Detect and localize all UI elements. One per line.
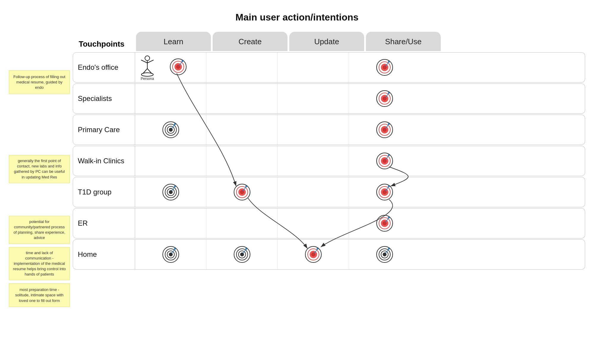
cell-home-update [278,240,349,269]
svg-point-62 [245,186,247,187]
svg-point-27 [388,92,390,94]
sticky-note-3: potential for community/partnered proces… [9,216,70,244]
cell-specialists-learn [135,84,206,113]
svg-point-97 [317,248,318,250]
cell-t1d-update [278,177,349,207]
cell-walk-in-create [206,146,278,176]
label-specialists: Specialists [73,83,135,114]
touchpoints-label: Touchpoints [73,37,135,51]
col-header-update: Update [289,32,364,51]
cells-specialists [135,83,585,114]
grid-wrapper: Endo's office [73,52,585,270]
row-primary-care: Primary Care [73,115,585,145]
cell-primary-care-create [206,115,278,145]
cell-t1d-create [206,177,278,207]
row-t1d-group: T1D group [73,177,585,207]
cells-primary-care [135,115,585,145]
label-er: ER [73,208,135,238]
label-home: Home [73,239,135,270]
cell-er-create [206,208,278,238]
cell-er-update [278,208,349,238]
row-er: ER [73,208,585,238]
target-endos-office-learn [170,58,187,77]
sticky-note-5: most preparation time - solitude, intima… [9,283,70,307]
cell-specialists-update [278,84,349,113]
row-endos-office: Endo's office [73,52,585,83]
cell-specialists-create [206,84,278,113]
col-header-learn: Learn [136,32,211,51]
cells-endos-office: Persona [135,52,585,83]
cell-home-create [206,240,278,269]
cell-home-share [349,240,420,269]
label-t1d-group: T1D group [73,177,135,207]
cell-home-learn [135,240,206,269]
svg-point-104 [388,248,390,250]
svg-point-55 [174,186,176,187]
cell-endos-office-update [278,53,349,82]
cell-t1d-learn [135,177,206,207]
row-specialists: Specialists [73,83,585,114]
cell-t1d-share [349,177,420,207]
persona-label: Persona [141,77,154,81]
svg-point-0 [145,56,150,61]
cells-t1d-group [135,177,585,207]
cell-endos-office-learn: Persona [135,53,206,82]
cell-primary-care-update [278,115,349,145]
cell-walk-in-share [349,146,420,176]
cells-walk-in-clinics [135,146,585,176]
svg-point-90 [245,248,247,250]
cells-home [135,239,585,270]
row-home: Home [73,239,585,270]
svg-point-13 [181,60,183,62]
cell-er-learn [135,208,206,238]
svg-point-69 [388,186,390,187]
cell-er-share [349,208,420,238]
sticky-note-2: generally the first point of contact, ne… [9,155,70,183]
cell-walk-in-update [278,146,349,176]
col-header-create: Create [213,32,287,51]
cell-specialists-share [349,84,420,113]
label-primary-care: Primary Care [73,115,135,145]
svg-point-6 [141,73,153,76]
cells-er [135,208,585,238]
row-walk-in-clinics: Walk-in Clinics [73,146,585,176]
svg-point-41 [388,123,390,125]
cell-primary-care-share [349,115,420,145]
col-header-share: Share/Use [366,32,441,51]
cell-endos-office-share [349,53,420,82]
svg-point-48 [388,154,390,156]
label-endos-office: Endo's office [73,52,135,83]
svg-point-83 [174,248,176,250]
svg-point-34 [174,123,176,125]
label-walk-in-clinics: Walk-in Clinics [73,146,135,176]
cell-primary-care-learn [135,115,206,145]
cell-endos-office-create [206,53,278,82]
sticky-notes-panel: Follow-up process of filling out medical… [9,32,73,307]
svg-point-20 [388,61,390,63]
persona-figure: Persona [139,55,156,81]
sticky-note-1: Follow-up process of filling out medical… [9,70,70,94]
page-title: Main user action/intentions [0,0,594,29]
grid-area: Touchpoints Learn Create Update Share/Us… [73,32,585,307]
svg-point-76 [388,217,390,219]
sticky-note-4: time and lack of communication - impleme… [9,247,70,281]
cell-walk-in-learn [135,146,206,176]
